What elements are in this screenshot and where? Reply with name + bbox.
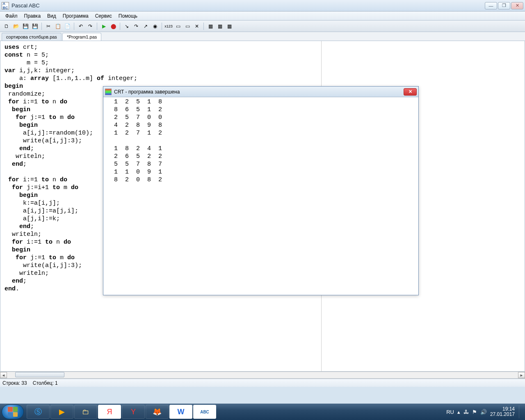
cut-icon[interactable]: ✂: [44, 22, 52, 30]
step-into-icon[interactable]: ↘: [123, 22, 131, 30]
horizontal-scrollbar[interactable]: ◄ ►: [0, 372, 525, 379]
window-icon[interactable]: ▭: [174, 22, 182, 30]
scroll-right-icon[interactable]: ►: [518, 372, 525, 378]
maximize-button[interactable]: ❐: [498, 2, 510, 9]
system-tray: RU ▴ 🖧 ⚑ 🔊 19:14 27.01.2017: [446, 405, 523, 418]
taskbar: Ⓢ ▶ 🗀 Я Y 🦊 W ABC RU ▴ 🖧 ⚑ 🔊 19:14 27.01…: [0, 404, 525, 420]
taskbar-media-icon[interactable]: ▶: [50, 405, 73, 419]
save-all-icon[interactable]: 💾: [31, 22, 39, 30]
run-icon[interactable]: ▶: [100, 22, 108, 30]
menu-file[interactable]: Файл: [2, 12, 21, 20]
clear-icon[interactable]: ✕: [193, 22, 201, 30]
crt-title: CRT - программа завершена: [114, 89, 180, 95]
crt-title-bar[interactable]: CRT - программа завершена ✕: [103, 87, 418, 97]
window2-icon[interactable]: ▭: [183, 22, 192, 30]
title-bar: ABC Pascal ABC — ❐ ✕: [0, 0, 525, 11]
scroll-left-icon[interactable]: ◄: [0, 372, 7, 378]
var-icon[interactable]: x123: [164, 22, 173, 30]
crt-window: CRT - программа завершена ✕ 1 2 5 1 8 8 …: [103, 86, 419, 295]
tray-date: 27.01.2017: [490, 412, 515, 417]
menu-edit[interactable]: Правка: [21, 12, 44, 20]
taskbar-firefox-icon[interactable]: 🦊: [146, 405, 169, 419]
windows-logo-icon: [8, 407, 18, 417]
tab-file-2[interactable]: *Program1.pas: [62, 33, 101, 41]
crt-icon: [105, 89, 112, 95]
tab-strip: сортирова столбцов.pas *Program1.pas: [0, 32, 525, 41]
scroll-thumb[interactable]: [15, 372, 64, 377]
breakpoint-icon[interactable]: ◉: [151, 22, 159, 30]
tray-clock[interactable]: 19:14 27.01.2017: [490, 406, 515, 417]
tray-arrow-icon[interactable]: ▴: [457, 409, 460, 415]
menu-view[interactable]: Вид: [44, 12, 59, 20]
new-file-icon[interactable]: 🗋: [2, 22, 11, 30]
start-button[interactable]: [2, 404, 24, 419]
crt-output: 1 2 5 1 8 8 6 5 1 2 2 5 7 0 0 4 2 8 9 8 …: [103, 97, 418, 295]
undo-icon[interactable]: ↶: [77, 22, 85, 30]
taskbar-pascal-icon[interactable]: ABC: [193, 405, 216, 419]
redo-icon[interactable]: ↷: [86, 22, 94, 30]
copy-icon[interactable]: 📋: [54, 22, 62, 30]
status-column: Столбец: 1: [33, 380, 58, 386]
status-line: Строка: 33: [2, 380, 27, 386]
taskbar-browser-icon[interactable]: Y: [122, 405, 145, 419]
save-icon[interactable]: 💾: [21, 22, 30, 30]
open-file-icon[interactable]: 📂: [12, 22, 20, 30]
panel1-icon[interactable]: ▦: [206, 22, 215, 30]
tray-network-icon[interactable]: 🖧: [463, 409, 469, 415]
taskbar-word-icon[interactable]: W: [169, 405, 192, 419]
status-bar: Строка: 33 Столбец: 1: [0, 379, 525, 387]
crt-close-button[interactable]: ✕: [404, 88, 417, 96]
taskbar-yandex-icon[interactable]: Я: [98, 405, 121, 419]
scroll-track[interactable]: [7, 372, 518, 378]
stop-icon[interactable]: ⬤: [109, 22, 117, 30]
editor-area: uses crt; const n = 5; m = 5; var i,j,k:…: [0, 41, 525, 372]
menu-program[interactable]: Программа: [60, 12, 91, 20]
close-button[interactable]: ✕: [511, 2, 523, 9]
toolbar: 🗋 📂 💾 💾 ✂ 📋 📄 ↶ ↷ ▶ ⬤ ↘ ↷ ↗ ◉ x123 ▭ ▭ ✕…: [0, 21, 525, 32]
menu-service[interactable]: Сервис: [92, 12, 115, 20]
panel3-icon[interactable]: ▦: [225, 22, 233, 30]
step-out-icon[interactable]: ↗: [142, 22, 150, 30]
paste-icon[interactable]: 📄: [63, 22, 71, 30]
tray-action-icon[interactable]: ⚑: [472, 409, 477, 415]
menu-bar: Файл Правка Вид Программа Сервис Помощь: [0, 11, 525, 21]
taskbar-skype-icon[interactable]: Ⓢ: [27, 405, 50, 419]
step-over-icon[interactable]: ↷: [132, 22, 140, 30]
menu-help[interactable]: Помощь: [116, 12, 140, 20]
app-title: Pascal ABC: [11, 2, 40, 9]
panel2-icon[interactable]: ▦: [216, 22, 224, 30]
tray-lang[interactable]: RU: [446, 409, 454, 415]
tray-volume-icon[interactable]: 🔊: [480, 409, 487, 415]
tab-file-1[interactable]: сортирова столбцов.pas: [2, 33, 62, 41]
app-icon: ABC: [2, 2, 9, 9]
minimize-button[interactable]: —: [485, 2, 497, 9]
taskbar-explorer-icon[interactable]: 🗀: [74, 405, 97, 419]
